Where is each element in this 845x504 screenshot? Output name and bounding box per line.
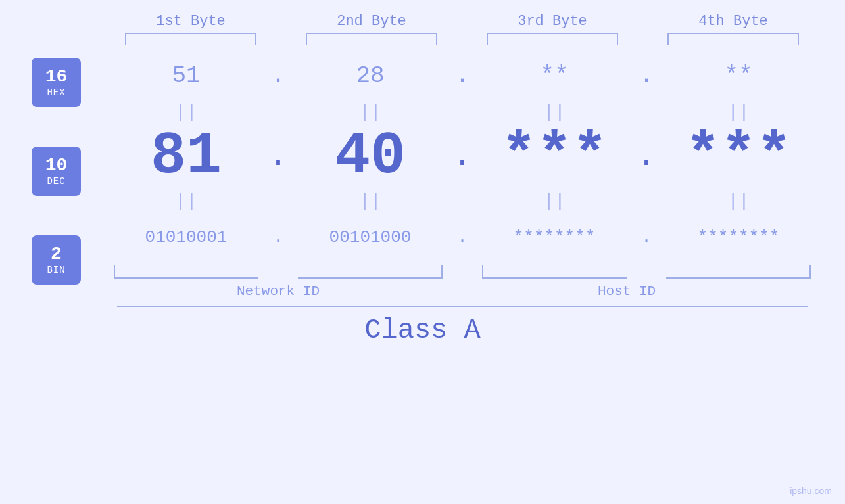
byte-header-3: 3rd Byte [480, 13, 625, 30]
sep-1-2: || [359, 102, 381, 122]
base-badges: 16 HEX 10 DEC 2 BIN [32, 58, 81, 299]
byte-header-2: 2nd Byte [299, 13, 444, 30]
byte-header-4: 4th Byte [661, 13, 806, 30]
bin-val-1: 01010001 [114, 227, 258, 247]
byte-header-1: 1st Byte [118, 13, 263, 30]
sep-2-1: || [175, 191, 197, 211]
hex-badge-number: 16 [45, 67, 68, 87]
sep-row-2: || || || || [114, 189, 811, 212]
class-label: Class A [0, 315, 845, 346]
sep-row-1: || || || || [114, 101, 811, 124]
dec-val-2: 40 [298, 127, 443, 186]
byte-headers: 1st Byte 2nd Byte 3rd Byte 4th Byte [101, 13, 824, 30]
bin-badge-label: BIN [47, 265, 65, 275]
dec-dot-1: . [258, 127, 298, 186]
hex-badge: 16 HEX [32, 58, 81, 107]
bracket-top-2 [306, 33, 437, 45]
bin-dot-1: . [258, 227, 298, 247]
top-brackets [101, 33, 824, 45]
bin-val-2: 00101000 [298, 227, 443, 247]
dec-val-3: *** [482, 127, 627, 186]
bin-val-4: ******** [666, 227, 811, 247]
bin-badge-number: 2 [51, 244, 62, 265]
hex-dot-3: . [627, 62, 666, 89]
dec-badge-number: 10 [45, 156, 68, 176]
bracket-hostid-left [482, 265, 627, 279]
dec-dot-2: . [443, 127, 482, 186]
segment-labels: Network ID Host ID [114, 284, 811, 299]
bin-row: 01010001 . 00101000 . ******** . *******… [114, 212, 811, 262]
hex-val-3: ** [482, 62, 627, 89]
dec-dot-3: . [627, 127, 666, 186]
hex-badge-label: HEX [47, 87, 65, 98]
dec-val-1: 81 [114, 127, 258, 186]
full-bottom-line [117, 306, 808, 307]
sep-2-4: || [727, 191, 750, 211]
bracket-hostid-right [666, 265, 811, 279]
bin-dot-2: . [443, 227, 482, 247]
bin-dot-3: . [627, 227, 666, 247]
bin-val-3: ******** [482, 227, 627, 247]
dec-badge: 10 DEC [32, 147, 81, 196]
bracket-top-3 [487, 33, 618, 45]
network-id-label: Network ID [114, 284, 443, 299]
bottom-brackets [114, 265, 811, 279]
hex-val-4: ** [666, 62, 811, 89]
sep-2-2: || [359, 191, 381, 211]
hex-val-2: 28 [298, 62, 443, 89]
dec-val-4: *** [666, 127, 811, 186]
host-id-label: Host ID [443, 284, 811, 299]
bracket-top-4 [667, 33, 799, 45]
hex-row: 51 . 28 . ** . ** [114, 51, 811, 101]
watermark: ipshu.com [790, 486, 832, 496]
main-container: 1st Byte 2nd Byte 3rd Byte 4th Byte 16 H… [0, 0, 845, 504]
sep-1-3: || [543, 102, 566, 122]
sep-1-1: || [175, 102, 197, 122]
sep-2-3: || [543, 191, 566, 211]
hex-val-1: 51 [114, 62, 258, 89]
hex-dot-1: . [258, 62, 298, 89]
dec-badge-label: DEC [47, 176, 65, 187]
bracket-networkid-left [114, 265, 258, 279]
bracket-top-1 [125, 33, 256, 45]
hex-dot-2: . [443, 62, 482, 89]
bin-badge: 2 BIN [32, 235, 81, 285]
dec-row: 81 . 40 . *** . *** [114, 124, 811, 189]
sep-1-4: || [727, 102, 750, 122]
bracket-networkid-right [298, 265, 443, 279]
